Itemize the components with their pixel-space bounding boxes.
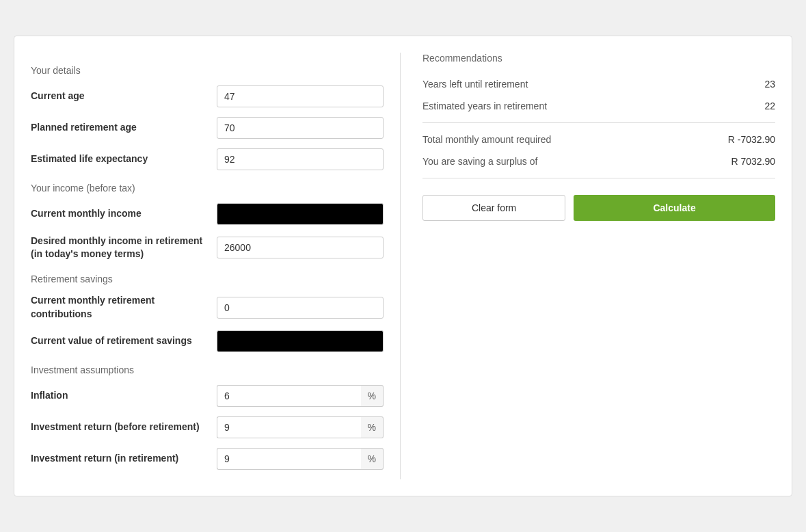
investment-return-before-suffix: %: [361, 416, 384, 438]
years-left-label: Years left until retirement: [422, 79, 528, 90]
inflation-row: Inflation %: [31, 385, 384, 407]
planned-retirement-age-input[interactable]: [217, 117, 384, 139]
your-details-title: Your details: [31, 65, 384, 76]
estimated-years-label: Estimated years in retirement: [422, 101, 547, 111]
buttons-divider: [422, 178, 775, 178]
estimated-years-value: 22: [764, 101, 775, 111]
inflation-input-group: %: [217, 385, 384, 407]
current-retirement-savings-input[interactable]: [217, 330, 384, 352]
desired-monthly-income-label: Desired monthly income in retirement(in …: [31, 235, 209, 261]
left-panel: Your details Current age Planned retirem…: [31, 53, 401, 479]
investment-assumptions-title: Investment assumptions: [31, 364, 384, 375]
current-monthly-income-input[interactable]: [217, 203, 384, 225]
investment-return-before-input-group: %: [217, 416, 384, 438]
planned-retirement-age-label: Planned retirement age: [31, 121, 209, 135]
investment-return-in-input-group: %: [217, 448, 384, 470]
total-monthly-required-label: Total monthly amount required: [422, 134, 551, 145]
years-left-value: 23: [764, 79, 775, 90]
investment-return-in-row: Investment return (in retirement) %: [31, 448, 384, 470]
monthly-contributions-label: Current monthly retirement contributions: [31, 294, 209, 321]
estimated-years-row: Estimated years in retirement 22: [422, 95, 775, 117]
inflation-suffix: %: [361, 385, 384, 407]
surplus-value: R 7032.90: [731, 156, 775, 167]
surplus-row: You are saving a surplus of R 7032.90: [422, 150, 775, 172]
clear-form-button[interactable]: Clear form: [422, 195, 565, 221]
investment-return-before-row: Investment return (before retirement) %: [31, 416, 384, 438]
monthly-contributions-row: Current monthly retirement contributions: [31, 294, 384, 321]
current-monthly-income-row: Current monthly income: [31, 203, 384, 225]
investment-assumptions-section: Investment assumptions Inflation % Inves…: [31, 364, 384, 470]
investment-return-in-label: Investment return (in retirement): [31, 452, 209, 466]
years-left-row: Years left until retirement 23: [422, 73, 775, 95]
investment-return-before-label: Investment return (before retirement): [31, 421, 209, 434]
retirement-savings-title: Retirement savings: [31, 274, 384, 284]
your-income-section: Your income (before tax) Current monthly…: [31, 183, 384, 261]
right-panel: Recommendations Years left until retirem…: [417, 53, 775, 479]
buttons-row: Clear form Calculate: [422, 195, 775, 221]
current-age-input[interactable]: [217, 85, 384, 107]
current-age-row: Current age: [31, 85, 384, 107]
inflation-input[interactable]: [217, 385, 361, 407]
inflation-label: Inflation: [31, 389, 209, 403]
estimated-life-expectancy-label: Estimated life expectancy: [31, 152, 209, 166]
desired-monthly-income-row: Desired monthly income in retirement(in …: [31, 235, 384, 261]
investment-return-in-suffix: %: [361, 448, 384, 470]
investment-return-before-input[interactable]: [217, 416, 361, 438]
investment-return-in-input[interactable]: [217, 448, 361, 470]
surplus-label: You are saving a surplus of: [422, 156, 537, 167]
current-monthly-income-label: Current monthly income: [31, 207, 209, 221]
current-retirement-savings-row: Current value of retirement savings: [31, 330, 384, 352]
calculate-button[interactable]: Calculate: [574, 195, 775, 221]
total-monthly-required-value: R -7032.90: [728, 134, 775, 145]
monthly-contributions-input[interactable]: [217, 297, 384, 319]
current-retirement-savings-label: Current value of retirement savings: [31, 334, 209, 348]
retirement-savings-section: Retirement savings Current monthly retir…: [31, 274, 384, 352]
your-income-title: Your income (before tax): [31, 183, 384, 194]
calculator-container: Your details Current age Planned retirem…: [14, 36, 792, 496]
your-details-section: Your details Current age Planned retirem…: [31, 65, 384, 170]
desired-monthly-income-input[interactable]: [217, 237, 384, 258]
planned-retirement-age-row: Planned retirement age: [31, 117, 384, 139]
current-age-label: Current age: [31, 90, 209, 103]
estimated-life-expectancy-row: Estimated life expectancy: [31, 148, 384, 170]
recommendations-title: Recommendations: [422, 53, 775, 64]
results-divider: [422, 122, 775, 123]
total-monthly-required-row: Total monthly amount required R -7032.90: [422, 129, 775, 150]
estimated-life-expectancy-input[interactable]: [217, 148, 384, 170]
